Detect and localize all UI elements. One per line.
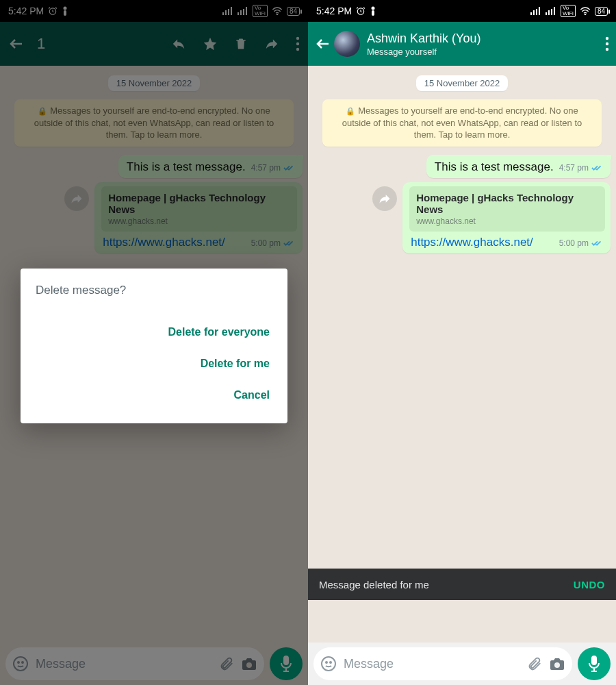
message-row[interactable]: This is a test message. 4:57 pm: [313, 155, 611, 178]
wifi-icon: [580, 7, 591, 15]
vowifi-icon: VoWiFi: [561, 5, 576, 17]
battery-icon: 84: [595, 7, 608, 16]
emoji-icon[interactable]: [320, 656, 337, 672]
undo-button[interactable]: UNDO: [574, 579, 605, 590]
svg-rect-29: [551, 9, 552, 15]
svg-point-37: [330, 662, 331, 663]
snackbar-text: Message deleted for me: [319, 579, 429, 590]
svg-rect-26: [539, 7, 540, 15]
svg-point-34: [606, 48, 608, 51]
link-text[interactable]: https://www.ghacks.net/: [411, 236, 533, 249]
message-placeholder: Message: [344, 657, 520, 671]
encryption-notice[interactable]: 🔒Messages to yourself are end-to-end enc…: [322, 99, 602, 147]
message-input[interactable]: Message: [313, 647, 572, 680]
back-button[interactable]: [315, 36, 331, 52]
svg-rect-23: [530, 12, 532, 15]
avatar[interactable]: [334, 31, 360, 57]
svg-rect-39: [591, 656, 597, 665]
message-row[interactable]: Homepage | gHacks Technology News www.gh…: [313, 182, 611, 253]
svg-point-36: [326, 662, 327, 663]
status-bar: 5:42 PM VoWiFi 84: [308, 0, 616, 22]
svg-point-31: [585, 14, 585, 15]
chat-title-block[interactable]: Ashwin Karthik (You) Message yourself: [367, 32, 605, 57]
svg-rect-28: [548, 10, 550, 15]
message-text: This is a test message.: [435, 160, 554, 173]
signal-icon: [530, 7, 541, 15]
person-icon: [370, 6, 376, 16]
contact-name: Ashwin Karthik (You): [367, 32, 605, 46]
status-time: 5:42 PM: [316, 5, 352, 16]
contact-subtitle: Message yourself: [367, 47, 605, 57]
attach-icon[interactable]: [527, 656, 542, 671]
camera-icon[interactable]: [549, 656, 565, 671]
lock-icon: 🔒: [346, 107, 355, 115]
svg-point-32: [606, 37, 608, 40]
link-preview-domain: www.ghacks.net: [416, 216, 598, 226]
svg-rect-24: [533, 10, 535, 15]
svg-point-35: [322, 657, 335, 671]
mic-button[interactable]: [578, 647, 611, 680]
chat-toolbar: Ashwin Karthik (You) Message yourself: [308, 22, 616, 66]
svg-rect-22: [372, 10, 374, 16]
svg-rect-27: [546, 12, 547, 15]
date-pill: 15 November 2022: [416, 75, 509, 91]
snackbar: Message deleted for me UNDO: [308, 569, 616, 600]
alarm-icon: [356, 6, 365, 16]
link-preview-title: Homepage | gHacks Technology News: [416, 192, 598, 215]
svg-rect-30: [554, 7, 555, 15]
forward-bubble-icon[interactable]: [372, 186, 397, 211]
dialog-title: Delete message?: [36, 284, 272, 297]
signal2-icon: [546, 7, 556, 15]
read-ticks-icon: [591, 164, 604, 172]
more-icon[interactable]: [605, 36, 609, 51]
delete-dialog: Delete message? Delete for everyone Dele…: [21, 269, 287, 423]
message-time: 4:57 pm: [559, 163, 589, 173]
link-preview[interactable]: Homepage | gHacks Technology News www.gh…: [409, 186, 605, 232]
svg-point-33: [606, 42, 608, 45]
svg-rect-25: [536, 9, 537, 15]
read-ticks-icon: [591, 239, 604, 247]
cancel-button[interactable]: Cancel: [231, 379, 272, 411]
delete-everyone-button[interactable]: Delete for everyone: [165, 316, 272, 348]
svg-point-21: [372, 7, 375, 10]
screenshot-left: 5:42 PM VoWiFi 84 1 15 November 2022 🔒: [0, 0, 308, 685]
screenshot-right: 5:42 PM VoWiFi 84 Ashwin Karthik (You) M…: [308, 0, 616, 685]
message-time: 5:00 pm: [559, 238, 589, 248]
chat-area: 15 November 2022 🔒Messages to yourself a…: [308, 66, 616, 643]
delete-me-button[interactable]: Delete for me: [198, 348, 272, 379]
svg-point-38: [554, 662, 560, 668]
composer: Message: [308, 643, 616, 685]
